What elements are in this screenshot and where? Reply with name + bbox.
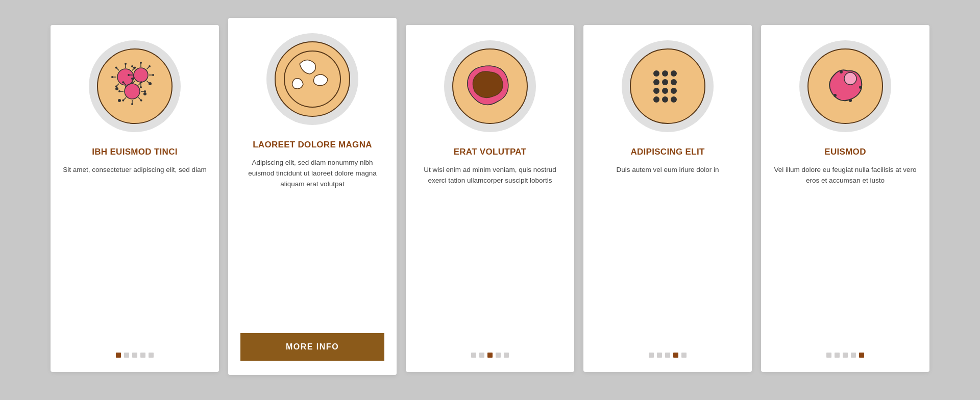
dot-4 [504, 353, 509, 358]
svg-point-57 [662, 70, 668, 77]
card-title-3: ERAT VOLUTPAT [454, 146, 527, 158]
svg-point-9 [111, 76, 113, 78]
svg-point-18 [152, 74, 154, 76]
svg-point-35 [144, 90, 146, 92]
dot-3 [851, 353, 856, 358]
card-description-2: Adipiscing elit, sed diam nonummy nibh e… [240, 158, 384, 319]
svg-point-41 [122, 99, 124, 102]
pagination-dots-3 [471, 353, 509, 358]
svg-point-13 [125, 63, 127, 65]
dot-1 [479, 353, 484, 358]
card-1: IBH EUISMOD TINCISit amet, consectetuer … [51, 25, 219, 372]
svg-point-55 [284, 51, 340, 107]
dot-4 [859, 353, 864, 358]
svg-point-7 [115, 85, 117, 87]
card-2: LAOREET DOLORE MAGNAAdipiscing elit, sed… [228, 18, 397, 375]
svg-point-50 [125, 84, 140, 99]
dot-0 [649, 353, 654, 358]
svg-point-67 [671, 96, 677, 103]
icon-background-2 [266, 33, 358, 125]
dot-3 [496, 353, 501, 358]
dot-1 [835, 353, 840, 358]
svg-point-60 [662, 79, 668, 85]
svg-point-33 [134, 68, 148, 82]
svg-point-56 [653, 70, 659, 77]
svg-point-45 [122, 81, 124, 83]
dot-0 [471, 353, 476, 358]
dot-2 [843, 353, 848, 358]
dot-2 [132, 353, 137, 358]
card-5: EUISMODVel illum dolore eu feugiat nulla… [761, 25, 929, 372]
svg-point-26 [128, 74, 130, 76]
icon-background-1 [89, 40, 181, 132]
dots-cell-icon [637, 56, 698, 117]
svg-point-70 [859, 86, 862, 89]
dot-3 [140, 353, 145, 358]
svg-point-53 [118, 99, 121, 102]
svg-point-43 [118, 90, 120, 92]
card-description-4: Duis autem vel eum iriure dolor in [616, 165, 719, 338]
svg-point-58 [671, 70, 677, 77]
dot-0 [116, 353, 121, 358]
dot-2 [665, 353, 670, 358]
pink-blob-icon [815, 56, 876, 117]
dot-4 [149, 353, 154, 358]
dot-2 [487, 353, 493, 358]
icon-inner-3 [452, 48, 528, 124]
svg-point-61 [671, 79, 677, 85]
svg-point-47 [131, 78, 133, 80]
more-info-button[interactable]: MORE INFO [240, 333, 384, 361]
svg-point-51 [115, 87, 118, 90]
card-title-5: EUISMOD [824, 146, 866, 158]
svg-point-66 [662, 96, 668, 103]
lesion-icon [459, 56, 521, 117]
svg-point-63 [662, 88, 668, 94]
icon-inner-4 [630, 48, 705, 124]
svg-point-54 [149, 82, 152, 85]
svg-point-28 [131, 65, 133, 67]
dot-3 [673, 353, 678, 358]
svg-point-32 [149, 65, 151, 67]
icon-inner-1 [97, 48, 173, 124]
dot-1 [124, 353, 129, 358]
svg-point-11 [115, 67, 117, 69]
card-4: ADIPISCING ELITDuis autem vel eum iriure… [583, 25, 752, 372]
icon-background-5 [799, 40, 891, 132]
svg-point-39 [131, 103, 133, 105]
svg-point-52 [143, 92, 146, 95]
svg-point-62 [653, 88, 659, 94]
card-3: ERAT VOLUTPATUt wisi enim ad minim venia… [406, 25, 574, 372]
card-title-4: ADIPISCING ELIT [630, 146, 704, 158]
dot-4 [681, 353, 687, 358]
card-description-5: Vel illum dolore eu feugiat nulla facili… [773, 165, 917, 338]
svg-point-16 [117, 69, 134, 85]
icon-background-3 [444, 40, 536, 132]
svg-point-68 [840, 70, 843, 73]
svg-point-64 [671, 88, 677, 94]
card-description-3: Ut wisi enim ad minim veniam, quis nostr… [418, 165, 562, 338]
dot-1 [657, 353, 662, 358]
icon-inner-2 [275, 41, 350, 117]
pagination-dots-5 [826, 353, 864, 358]
card-title-2: LAOREET DOLORE MAGNA [253, 139, 372, 151]
svg-point-71 [849, 99, 852, 102]
virus-icon [104, 56, 165, 117]
svg-point-59 [653, 79, 659, 85]
card-description-1: Sit amet, consectetuer adipiscing elit, … [63, 165, 206, 338]
globe-cell-icon [282, 48, 343, 110]
svg-point-37 [140, 99, 142, 102]
cards-container: IBH EUISMOD TINCISit amet, consectetuer … [20, 5, 960, 395]
card-title-1: IBH EUISMOD TINCI [92, 146, 178, 158]
pagination-dots-4 [649, 353, 687, 358]
svg-point-30 [140, 62, 142, 64]
pagination-dots-1 [116, 353, 154, 358]
svg-point-49 [140, 81, 142, 83]
dot-0 [826, 353, 831, 358]
svg-point-73 [844, 72, 856, 85]
svg-point-72 [834, 94, 837, 97]
icon-inner-5 [807, 48, 883, 124]
icon-background-4 [622, 40, 714, 132]
svg-point-22 [140, 86, 142, 88]
svg-point-65 [653, 96, 659, 103]
